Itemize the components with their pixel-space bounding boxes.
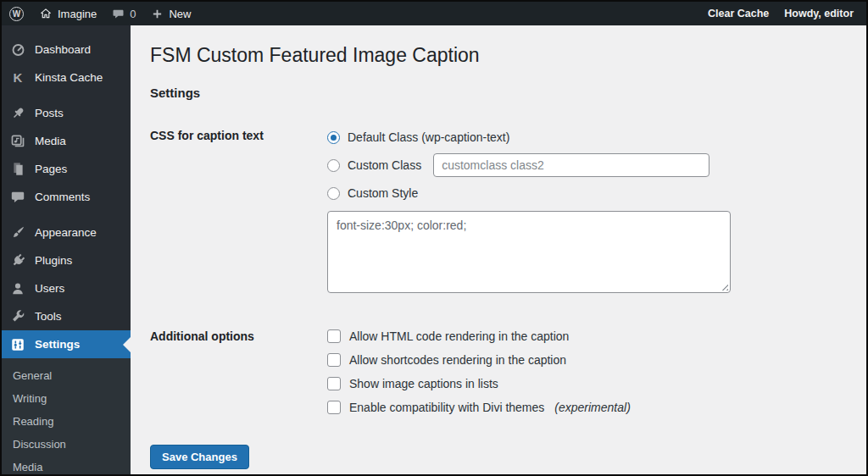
sidebar-item-label: Kinsta Cache	[35, 71, 103, 84]
brush-icon	[9, 224, 26, 241]
css-caption-label: CSS for caption text	[150, 128, 327, 142]
clear-cache-button[interactable]: Clear Cache	[700, 2, 776, 25]
submenu-item-reading[interactable]: Reading	[2, 410, 131, 433]
default-class-option-label: Default Class (wp-caption-text)	[348, 130, 509, 144]
custom-style-option[interactable]: Custom Style	[327, 184, 866, 202]
wordpress-admin-window: W Imagine 0 New Clear Cache	[0, 0, 868, 476]
custom-style-textarea[interactable]: font-size:30px; color:red;	[327, 211, 731, 293]
divi-compat-label: Enable compatibility with Divi themes	[349, 401, 544, 414]
pin-icon	[9, 105, 26, 122]
allow-html-option[interactable]: Allow HTML code rendering in the caption	[327, 329, 866, 344]
show-captions-checkbox[interactable]	[327, 377, 341, 390]
wordpress-logo-letter: W	[13, 9, 20, 19]
allow-html-label: Allow HTML code rendering in the caption	[349, 329, 569, 343]
site-name-label: Imagine	[58, 8, 97, 20]
divi-compat-option[interactable]: Enable compatibility with Divi themes (e…	[327, 400, 866, 415]
admin-sidebar: Dashboard K Kinsta Cache	[2, 25, 131, 474]
allow-shortcodes-option[interactable]: Allow shortcodes rendering in the captio…	[327, 352, 866, 368]
allow-shortcodes-checkbox[interactable]	[327, 353, 341, 367]
default-class-option[interactable]: Default Class (wp-caption-text)	[327, 128, 866, 147]
comments-count: 0	[130, 8, 136, 20]
admin-menu: Dashboard K Kinsta Cache	[2, 25, 131, 476]
sidebar-item-label: Media	[35, 135, 66, 147]
additional-options-label: Additional options	[150, 329, 327, 343]
allow-html-checkbox[interactable]	[327, 329, 341, 343]
kinsta-icon: K	[9, 69, 26, 86]
sidebar-item-pages[interactable]: Pages	[2, 155, 131, 183]
wordpress-menu[interactable]: W	[2, 2, 31, 25]
custom-style-option-label: Custom Style	[348, 186, 418, 200]
section-title: Settings	[150, 86, 866, 100]
sidebar-item-media[interactable]: Media	[2, 127, 131, 155]
divi-compat-suffix: (experimental)	[554, 401, 630, 414]
sidebar-item-label: Tools	[35, 310, 62, 323]
settings-submenu: General Writing Reading Discussion Media	[2, 358, 131, 476]
howdy-label: Howdy, editor	[784, 8, 854, 19]
sidebar-item-posts[interactable]: Posts	[2, 99, 131, 127]
main-content: FSM Custom Featured Image Caption Settin…	[131, 25, 866, 474]
wrench-icon	[9, 308, 26, 325]
comment-bubble-icon	[112, 8, 125, 20]
sidebar-item-dashboard[interactable]: Dashboard	[2, 36, 131, 64]
sidebar-item-comments[interactable]: Comments	[2, 183, 131, 211]
wordpress-logo-icon: W	[9, 7, 24, 21]
sidebar-item-label: Comments	[35, 191, 90, 203]
sidebar-item-label: Posts	[35, 107, 64, 119]
settings-form: CSS for caption text Default Class (wp-c…	[150, 128, 866, 423]
sidebar-item-users[interactable]: Users	[2, 274, 131, 302]
sidebar-item-label: Settings	[35, 338, 80, 351]
divi-compat-checkbox[interactable]	[327, 401, 341, 414]
show-captions-option[interactable]: Show image captions in lists	[327, 376, 866, 391]
user-icon	[9, 280, 26, 297]
account-menu[interactable]: Howdy, editor	[776, 2, 861, 25]
sidebar-item-settings[interactable]: Settings	[2, 330, 131, 358]
comment-icon	[9, 189, 26, 206]
submenu-item-writing[interactable]: Writing	[2, 387, 131, 410]
custom-class-option[interactable]: Custom Class	[327, 153, 866, 177]
sidebar-item-label: Dashboard	[35, 43, 91, 56]
pages-icon	[9, 161, 26, 178]
new-label: New	[169, 8, 191, 20]
custom-class-option-label: Custom Class	[348, 158, 421, 172]
sidebar-item-label: Plugins	[35, 254, 72, 267]
clear-cache-label: Clear Cache	[708, 8, 769, 19]
sliders-icon	[9, 336, 26, 353]
comments-shortcut[interactable]: 0	[104, 2, 143, 25]
css-caption-row: CSS for caption text Default Class (wp-c…	[150, 128, 866, 293]
home-icon	[39, 7, 53, 20]
sidebar-item-kinsta-cache[interactable]: K Kinsta Cache	[2, 64, 131, 91]
media-icon	[9, 133, 26, 150]
show-captions-label: Show image captions in lists	[349, 377, 498, 390]
custom-class-input[interactable]	[433, 153, 709, 177]
page-title: FSM Custom Featured Image Caption	[150, 44, 866, 67]
custom-style-radio[interactable]	[327, 187, 340, 200]
custom-class-radio[interactable]	[327, 159, 340, 172]
sidebar-item-plugins[interactable]: Plugins	[2, 246, 131, 274]
sidebar-item-tools[interactable]: Tools	[2, 302, 131, 330]
save-changes-button[interactable]: Save Changes	[150, 445, 249, 469]
sidebar-item-label: Pages	[35, 163, 67, 175]
submenu-item-media[interactable]: Media	[2, 456, 131, 476]
plug-icon	[9, 252, 26, 269]
submenu-item-general[interactable]: General	[2, 364, 131, 387]
default-class-radio[interactable]	[327, 131, 340, 144]
submenu-item-discussion[interactable]: Discussion	[2, 433, 131, 456]
custom-style-textarea-wrap: font-size:30px; color:red;	[327, 211, 731, 293]
new-content-menu[interactable]: New	[143, 2, 198, 25]
sidebar-item-label: Appearance	[35, 226, 97, 239]
additional-options-row: Additional options Allow HTML code rende…	[150, 329, 866, 423]
sidebar-item-label: Users	[35, 282, 64, 295]
plus-icon	[151, 8, 164, 20]
allow-shortcodes-label: Allow shortcodes rendering in the captio…	[349, 353, 566, 367]
admin-bar: W Imagine 0 New Clear Cache	[2, 2, 866, 25]
dashboard-icon	[9, 42, 26, 58]
site-name-link[interactable]: Imagine	[31, 2, 104, 25]
sidebar-item-appearance[interactable]: Appearance	[2, 219, 131, 246]
